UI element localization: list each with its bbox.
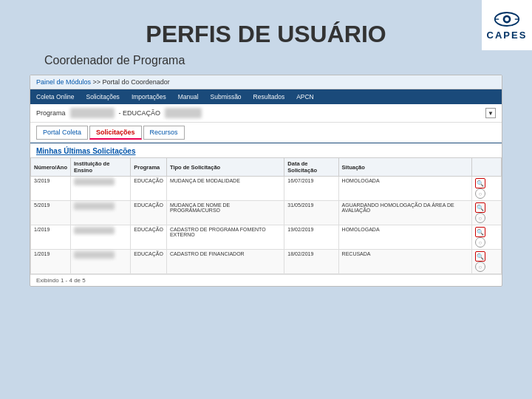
breadcrumb: Painel de Módulos >> Portal do Coordenad…	[30, 75, 502, 89]
col-header-programa: Programa	[131, 158, 167, 177]
svg-point-2	[505, 17, 508, 21]
program-edu-label: - EDUCAÇÃO	[119, 109, 161, 117]
page-subtitle: Coordenador de Programa	[0, 54, 532, 75]
tab-recursos[interactable]: Recursos	[143, 126, 185, 140]
cell-programa-2: EDUCAÇÃO	[131, 201, 167, 225]
cell-actions-1: 🔍 ○	[471, 177, 501, 201]
search-button-4[interactable]: 🔍	[475, 251, 485, 262]
table-footer: Exibindo 1 - 4 de 5	[30, 274, 502, 286]
cell-data-4: 18/02/2019	[284, 250, 338, 274]
cell-actions-3: 🔍 ○	[471, 225, 501, 250]
program-institution-blurred	[70, 108, 115, 118]
col-header-actions	[471, 158, 501, 177]
cell-data-1: 16/07/2019	[284, 177, 338, 201]
table-row: 3/2019 EDUCAÇÃO MUDANÇA DE MODALIDADE 16…	[31, 177, 502, 201]
cell-situacao-4: RECUSADA	[338, 250, 471, 274]
cell-instituicao-2	[71, 201, 131, 225]
col-header-numero: Número/Ano	[31, 158, 71, 177]
tab-solicitacoes[interactable]: Solicitações	[89, 126, 142, 140]
nav-item-importacoes[interactable]: Importações	[126, 89, 172, 104]
tabs-row: Portal Coleta Solicitações Recursos	[30, 123, 502, 143]
col-header-data: Data de Solicitação	[284, 158, 338, 177]
program-dropdown[interactable]: ▼	[485, 108, 496, 118]
cell-instituicao-3	[71, 225, 131, 250]
cell-programa-3: EDUCAÇÃO	[131, 225, 167, 250]
capes-eye-icon	[494, 10, 520, 28]
cell-tipo-2: MUDANÇA DE NOME DE PROGRAMA/CURSO	[166, 201, 284, 225]
cell-instituicao-4	[71, 250, 131, 274]
capes-logo: CAPES	[482, 0, 532, 50]
info-button-1[interactable]: ○	[475, 188, 485, 199]
cell-actions-2: 🔍 ○	[471, 201, 501, 225]
capes-logo-text: CAPES	[487, 30, 528, 41]
cell-programa-4: EDUCAÇÃO	[131, 250, 167, 274]
info-button-2[interactable]: ○	[475, 213, 485, 223]
table-row: 1/2019 EDUCAÇÃO CADASTRO DE FINANCIADOR …	[31, 250, 502, 274]
table-row: 5/2019 EDUCAÇÃO MUDANÇA DE NOME DE PROGR…	[31, 201, 502, 225]
table-row: 1/2019 EDUCAÇÃO CADASTRO DE PROGRAMA FOM…	[31, 225, 502, 250]
nav-item-submissao[interactable]: Submissão	[205, 89, 248, 104]
cell-numero-2: 5/2019	[31, 201, 71, 225]
nav-item-manual[interactable]: Manual	[172, 89, 205, 104]
page-title: PERFIS DE USUÁRIO	[0, 0, 532, 54]
inner-panel: Painel de Módulos >> Portal do Coordenad…	[30, 75, 502, 287]
nav-item-coleta[interactable]: Coleta Online	[30, 89, 81, 104]
info-button-4[interactable]: ○	[475, 262, 485, 272]
search-button-3[interactable]: 🔍	[475, 227, 485, 237]
col-header-instituicao: Instituição de Ensino	[71, 158, 131, 177]
nav-bar: Coleta Online Solicitações Importações M…	[30, 89, 502, 104]
cell-situacao-3: HOMOLOGADA	[338, 225, 471, 250]
cell-tipo-1: MUDANÇA DE MODALIDADE	[166, 177, 284, 201]
tab-portal-coleta[interactable]: Portal Coleta	[36, 126, 88, 140]
section-title: Minhas Últimas Solicitações	[30, 143, 502, 157]
cell-situacao-2: AGUARDANDO HOMOLOGAÇÃO DA ÁREA DE AVALIA…	[338, 201, 471, 225]
search-button-2[interactable]: 🔍	[475, 202, 485, 213]
cell-situacao-1: HOMOLOGADA	[338, 177, 471, 201]
nav-item-solicitacoes[interactable]: Solicitações	[81, 89, 126, 104]
program-name-blurred	[165, 108, 202, 118]
breadcrumb-current: Portal do Coordenador	[103, 78, 170, 86]
cell-numero-3: 1/2019	[31, 225, 71, 250]
cell-actions-4: 🔍 ○	[471, 250, 501, 274]
nav-item-apcn[interactable]: APCN	[290, 89, 320, 104]
breadcrumb-home[interactable]: Painel de Módulos	[36, 78, 91, 86]
cell-instituicao-1	[71, 177, 131, 201]
col-header-situacao: Situação	[338, 158, 471, 177]
nav-item-resultados[interactable]: Resultados	[248, 89, 291, 104]
cell-data-3: 19/02/2019	[284, 225, 338, 250]
cell-numero-1: 3/2019	[31, 177, 71, 201]
search-button-1[interactable]: 🔍	[475, 178, 485, 188]
info-button-3[interactable]: ○	[475, 237, 485, 248]
cell-programa-1: EDUCAÇÃO	[131, 177, 167, 201]
breadcrumb-separator: >>	[93, 78, 101, 86]
cell-tipo-3: CADASTRO DE PROGRAMA FOMENTO EXTERNO	[166, 225, 284, 250]
solicitations-table: Número/Ano Instituição de Ensino Program…	[30, 157, 502, 274]
program-row: Programa - EDUCAÇÃO ▼	[30, 104, 502, 123]
cell-tipo-4: CADASTRO DE FINANCIADOR	[166, 250, 284, 274]
program-label: Programa	[36, 109, 66, 117]
col-header-tipo: Tipo de Solicitação	[166, 158, 284, 177]
cell-data-2: 31/05/2019	[284, 201, 338, 225]
cell-numero-4: 1/2019	[31, 250, 71, 274]
